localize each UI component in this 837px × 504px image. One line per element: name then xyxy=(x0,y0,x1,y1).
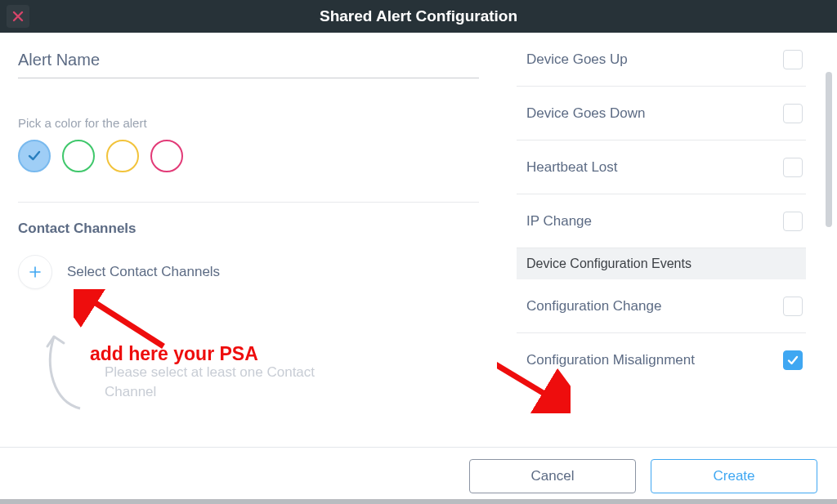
modal-title: Shared Alert Configuration xyxy=(320,7,517,25)
scrollbar-thumb[interactable] xyxy=(826,72,832,227)
event-label: IP Change xyxy=(526,213,592,230)
event-label: Configuration Misalignment xyxy=(526,352,695,368)
event-checkbox[interactable] xyxy=(783,104,803,123)
select-contact-channels[interactable]: Select Contact Channels xyxy=(18,255,479,289)
divider xyxy=(18,202,479,203)
modal-body: Pick a color for the alert Contact Chann… xyxy=(0,33,837,447)
event-section-header: Device Configuration Events xyxy=(517,248,806,279)
scrollbar[interactable] xyxy=(826,57,832,433)
event-label: Configuration Change xyxy=(526,298,661,314)
close-icon xyxy=(12,11,24,22)
contact-channels-title: Contact Channels xyxy=(18,221,479,237)
event-label: Device Goes Up xyxy=(526,51,628,68)
event-row: IP Change xyxy=(517,194,806,248)
right-panel: Device Goes UpDevice Goes DownHeartbeat … xyxy=(497,33,837,447)
events-list: Device Goes UpDevice Goes DownHeartbeat … xyxy=(497,33,837,387)
add-channel-button[interactable] xyxy=(18,255,52,289)
event-row: Device Goes Up xyxy=(517,33,806,87)
event-checkbox[interactable] xyxy=(783,50,803,69)
color-swatch[interactable] xyxy=(18,140,51,172)
color-swatch[interactable] xyxy=(150,140,183,172)
event-checkbox[interactable] xyxy=(783,212,803,231)
pick-color-label: Pick a color for the alert xyxy=(18,116,479,130)
color-swatches xyxy=(18,140,479,172)
alert-config-modal: Shared Alert Configuration Pick a color … xyxy=(0,0,837,504)
check-icon xyxy=(26,148,43,164)
event-checkbox[interactable] xyxy=(783,350,803,370)
close-button[interactable] xyxy=(7,5,29,28)
color-swatch[interactable] xyxy=(62,140,95,172)
event-checkbox[interactable] xyxy=(783,297,803,316)
contact-channel-hint: Please select at least one Contact Chann… xyxy=(105,363,333,402)
bottom-border xyxy=(0,499,837,504)
event-row: Device Goes Down xyxy=(517,87,806,140)
check-icon xyxy=(786,354,799,367)
color-swatch[interactable] xyxy=(106,140,139,172)
alert-name-input[interactable] xyxy=(18,47,479,78)
event-label: Device Goes Down xyxy=(526,105,646,122)
annotation-label: add here your PSA xyxy=(90,343,258,365)
event-label: Heartbeat Lost xyxy=(526,159,618,176)
select-channels-label: Select Contact Channels xyxy=(67,264,220,280)
event-row: Configuration Change xyxy=(517,279,806,333)
event-row: Configuration Misalignment xyxy=(517,333,806,387)
footer: Cancel Create xyxy=(0,447,837,504)
event-checkbox[interactable] xyxy=(783,158,803,177)
titlebar: Shared Alert Configuration xyxy=(0,0,837,33)
cancel-button[interactable]: Cancel xyxy=(469,459,636,493)
plus-icon xyxy=(29,265,42,279)
hint-arrow-icon xyxy=(39,327,96,417)
event-row: Heartbeat Lost xyxy=(517,140,806,194)
left-panel: Pick a color for the alert Contact Chann… xyxy=(0,33,497,447)
create-button[interactable]: Create xyxy=(651,459,817,493)
